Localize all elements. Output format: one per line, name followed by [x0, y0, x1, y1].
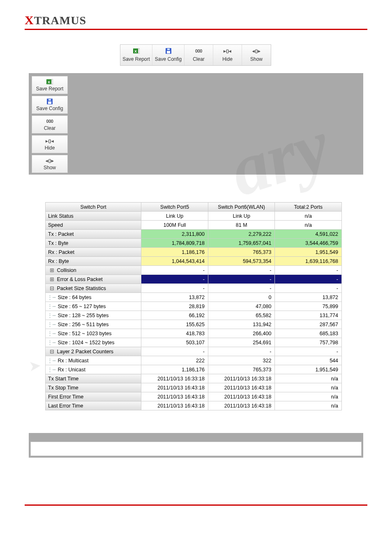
hide-button[interactable]: ▸()◂Hide — [213, 45, 242, 65]
show-button[interactable]: ◂()▸Show — [242, 45, 271, 65]
header-divider — [25, 29, 367, 30]
row-value-cell: 2011/10/13 16:43:18 — [208, 383, 275, 392]
row-label: Tx : Packet — [48, 231, 74, 237]
row-label-cell: ⋮⋯ Size : 1024 ~ 1522 bytes — [46, 338, 141, 347]
row-value-cell: n/a — [275, 383, 342, 392]
row-label: Size : 65 ~ 127 bytes — [56, 304, 106, 309]
tree-collapse-icon[interactable]: ⊟ — [48, 285, 55, 291]
row-label: Rx : Packet — [48, 249, 74, 255]
svg-text:X: X — [134, 49, 136, 53]
row-value-cell: 13,872 — [275, 293, 342, 302]
table-row: ⋮⋯ Size : 65 ~ 127 bytes28,81947,08075,8… — [46, 302, 342, 311]
side-hide-label: Hide — [32, 145, 67, 151]
row-value-cell: Link Up — [141, 212, 208, 221]
clear-button[interactable]: 000Clear — [184, 45, 213, 65]
row-label-cell: ⋮⋯ Size : 64 bytes — [46, 293, 141, 302]
side-save-report-button[interactable]: XSave Report — [32, 76, 68, 94]
clear-label: Clear — [184, 56, 213, 62]
row-label: Layer 2 Packet Counters — [55, 349, 113, 355]
row-label-cell: Tx : Byte — [46, 239, 141, 248]
row-value-cell: - — [275, 347, 342, 356]
row-value-cell: 0 — [208, 293, 275, 302]
row-value-cell: 287,567 — [275, 320, 342, 329]
row-label-cell: Speed — [46, 221, 141, 230]
side-clear-icon: 000 — [32, 117, 67, 125]
svg-rect-2 — [138, 48, 140, 53]
row-value-cell: - — [141, 275, 208, 284]
tree-expand-icon[interactable]: ⊞ — [48, 276, 55, 282]
row-label-cell: ⋮⋯ Size : 256 ~ 511 bytes — [46, 320, 141, 329]
table-row: ⋮⋯ Size : 64 bytes13,872013,872 — [46, 293, 342, 302]
svg-rect-8 — [51, 79, 53, 84]
table-header-cell: Switch Port — [46, 203, 141, 212]
row-value-cell: 1,044,543,414 — [141, 257, 208, 266]
row-label-cell: ⋮⋯ Size : 65 ~ 127 bytes — [46, 302, 141, 311]
row-label: Rx : Unicast — [56, 367, 85, 373]
show-label: Show — [242, 56, 271, 62]
row-label: Error & Loss Packet — [55, 276, 103, 282]
row-value-cell: 1,951,549 — [275, 248, 342, 257]
table-row: Tx Stop Time2011/10/13 16:43:182011/10/1… — [46, 383, 342, 392]
row-value-cell: 2011/10/13 16:43:18 — [141, 383, 208, 392]
row-label-cell: ⊟ Packet Size Statistics — [46, 284, 141, 293]
row-value-cell: 1,186,176 — [141, 248, 208, 257]
hide-label: Hide — [213, 56, 242, 62]
tree-expand-icon[interactable]: ⊞ — [48, 267, 55, 273]
row-value-cell: 418,783 — [141, 329, 208, 338]
row-label-cell: ⊞ Error & Loss Packet — [46, 275, 141, 284]
row-value-cell: - — [275, 275, 342, 284]
row-value-cell: - — [275, 284, 342, 293]
side-save-config-button[interactable]: Save Config — [32, 96, 68, 114]
row-value-cell: 544 — [275, 356, 342, 365]
row-value-cell: 2011/10/13 16:33:18 — [208, 374, 275, 383]
row-label-cell: Tx Start Time — [46, 374, 141, 383]
row-value-cell: - — [208, 347, 275, 356]
side-buttons: XSave ReportSave Config000Clear▸()◂Hide◂… — [32, 76, 68, 175]
footer-divider — [25, 504, 367, 506]
table-row: ⊞ Collision--- — [46, 266, 342, 275]
side-clear-button[interactable]: 000Clear — [32, 115, 68, 134]
row-label: Size : 1024 ~ 1522 bytes — [56, 340, 114, 345]
table-row: ⋮⋯ Size : 512 ~ 1023 bytes418,783266,400… — [46, 329, 342, 338]
table-row: ⋮⋯ Rx : Multicast222322544 — [46, 356, 342, 365]
row-value-cell: 28,819 — [141, 302, 208, 311]
row-label: Rx : Multicast — [56, 358, 89, 364]
row-label-cell: ⊟ Layer 2 Packet Counters — [46, 347, 141, 356]
tree-branch-icon: ⋮⋯ — [47, 330, 56, 336]
side-hide-button[interactable]: ▸()◂Hide — [32, 135, 68, 153]
row-label: Speed — [48, 222, 63, 228]
row-label: Size : 256 ~ 511 bytes — [56, 322, 109, 327]
tree-branch-icon: ⋮⋯ — [47, 312, 56, 318]
tree-collapse-icon[interactable]: ⊟ — [48, 348, 55, 355]
row-label: First Error Time — [48, 394, 83, 400]
row-value-cell: 1,784,809,718 — [141, 239, 208, 248]
row-value-cell: 3,544,466,759 — [275, 239, 342, 248]
row-label: Collision — [55, 267, 76, 273]
svg-text:X: X — [48, 80, 50, 84]
row-label: Packet Size Statistics — [55, 286, 106, 291]
side-show-label: Show — [32, 165, 67, 170]
row-label: Size : 64 bytes — [56, 295, 91, 300]
section-empty-inner — [30, 442, 362, 456]
row-value-cell: 1,186,176 — [141, 365, 208, 374]
row-label: Size : 128 ~ 255 bytes — [56, 313, 109, 318]
watermark-arrow-icon: ➤ — [28, 357, 42, 375]
save-config-button[interactable]: Save Config — [152, 45, 184, 65]
row-label-cell: Rx : Packet — [46, 248, 141, 257]
svg-rect-4 — [167, 51, 170, 53]
row-label: Tx : Byte — [48, 240, 68, 246]
save-report-button[interactable]: XSave Report — [120, 45, 152, 65]
row-value-cell: 594,573,354 — [208, 257, 275, 266]
tree-branch-icon: ⋮⋯ — [47, 357, 56, 364]
top-toolbar: XSave ReportSave Config000Clear▸()◂Hide◂… — [120, 44, 271, 66]
row-value-cell: - — [141, 284, 208, 293]
row-value-cell: 47,080 — [208, 302, 275, 311]
tree-branch-icon: ⋮⋯ — [47, 294, 56, 300]
table-header-cell: Switch Port5 — [141, 203, 208, 212]
table-row: Rx : Byte1,044,543,414594,573,3541,639,1… — [46, 257, 342, 266]
row-value-cell: 757,798 — [275, 338, 342, 347]
side-show-button[interactable]: ◂()▸Show — [32, 155, 68, 173]
table-row: ⋮⋯ Size : 256 ~ 511 bytes155,625131,9422… — [46, 320, 342, 329]
table-row: ⋮⋯ Rx : Unicast1,186,176765,3731,951,549 — [46, 365, 342, 374]
row-value-cell: - — [141, 347, 208, 356]
